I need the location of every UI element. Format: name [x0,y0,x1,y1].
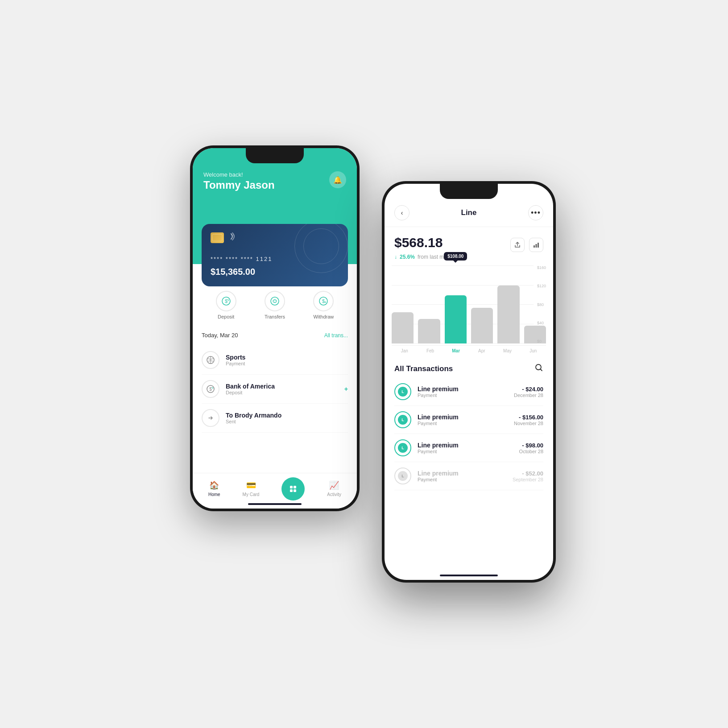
phone1-device: Welcome back! Tommy Jason 🔔 [190,145,360,511]
balance-section: $568.18 [385,227,553,265]
nav-activity-label: Activity [327,492,341,497]
line-sub-2: Payment [418,421,514,426]
boa-info: Bank of America Deposit [226,383,344,395]
all-transactions-link[interactable]: All trans... [324,332,348,339]
line-info-3: Line premium Payment [418,442,519,454]
boa-name: Bank of America [226,383,344,390]
line-logo-2: L [398,415,408,425]
transaction-date: Today, Mar 20 [202,332,238,339]
transaction-line-3[interactable]: L Line premium Payment - $98.00 October … [394,434,543,462]
notification-bell-icon[interactable]: 🔔 [329,171,346,188]
nav-center-button[interactable] [281,477,305,500]
y-label-0: $0 [537,339,546,343]
bar-jan [392,265,414,343]
phone2-screen: ‹ Line ••• $568.18 [385,184,553,580]
phone1-notch [246,148,304,163]
balance-chart: $108.00 [385,265,553,357]
line-amount-1: - $24.00 [514,386,543,393]
phone2-device: ‹ Line ••• $568.18 [382,181,556,583]
transfers-button[interactable]: Transfers [265,291,285,319]
bank-card[interactable]: **** **** **** 1121 $15,365.00 [202,224,348,286]
line-name-1: Line premium [418,385,514,393]
back-button[interactable]: ‹ [394,205,410,220]
line-amount-2: - $156.00 [514,414,543,421]
transaction-header: Today, Mar 20 All trans... [202,332,348,339]
balance-row: $568.18 [394,235,543,252]
x-label-feb: Feb [418,348,443,353]
line-right-1: - $24.00 December 28 [514,386,543,398]
nav-activity[interactable]: 📈 Activity [327,480,341,497]
deposit-icon: $ [216,291,236,311]
change-arrow: ↓ [394,254,397,260]
deposit-button[interactable]: $ Deposit [216,291,236,319]
withdraw-button[interactable]: $ Withdraw [313,291,334,319]
line-name-2: Line premium [418,414,514,421]
chip-icon [211,232,224,243]
transaction-line-1[interactable]: L Line premium Payment - $24.00 December… [394,378,543,406]
brody-info: To Brody Armando Sent [226,412,348,424]
chart-area: $108.00 [392,265,546,346]
phone1-body: $ Deposit [193,264,357,433]
chart-bars: $108.00 [392,265,546,345]
svg-rect-14 [538,243,539,248]
nav-my-card[interactable]: 💳 My Card [243,480,260,497]
chart-tooltip: $108.00 [444,252,467,261]
deposit-label: Deposit [218,314,234,319]
line-right-4: - $52.00 September 28 [513,470,543,482]
transaction-line-2[interactable]: L Line premium Payment - $156.00 Novembe… [394,406,543,434]
sports-name: Sports [226,354,348,361]
svg-text:$: $ [322,298,325,304]
boa-sub: Deposit [226,390,344,395]
circle-decoration-2 [294,224,348,273]
line-right-2: - $156.00 November 28 [514,414,543,426]
svg-rect-13 [536,244,537,248]
line-amount-4: - $52.00 [513,470,543,477]
svg-rect-9 [294,486,296,488]
transaction-brody[interactable]: To Brody Armando Sent [202,404,348,433]
nav-home[interactable]: 🏠 Home [208,480,220,497]
line-icon-1: L [394,383,411,400]
brody-name: To Brody Armando [226,412,348,419]
action-buttons: $ Deposit [202,291,348,319]
withdraw-icon: $ [313,291,334,311]
line-sub-1: Payment [418,393,514,398]
y-label-120: $120 [537,284,546,288]
brody-sub: Sent [226,419,348,424]
transaction-list: L Line premium Payment - $24.00 December… [385,378,553,490]
bar-feb-rect [418,319,440,343]
x-label-mar: Mar [443,348,469,353]
balance-icons [510,238,543,252]
search-icon[interactable] [534,363,543,374]
bar-may-rect [497,285,519,343]
line-icon-4: L [394,467,411,484]
phone2-notch [440,184,498,199]
line-amount-3: - $98.00 [519,442,543,449]
svg-rect-12 [534,245,535,248]
line-logo-1: L [398,387,408,397]
balance-amount: $568.18 [394,235,443,250]
home-icon: 🏠 [209,480,219,490]
transaction-boa[interactable]: $ Bank of America Deposit + [202,375,348,404]
share-icon-btn[interactable] [510,238,525,252]
change-percent: 25.6% [400,254,415,260]
card-icon: 💳 [246,480,256,490]
x-label-apr: Apr [469,348,495,353]
activity-icon: 📈 [329,480,339,490]
svg-rect-8 [290,486,293,488]
transaction-sports[interactable]: Sports Payment [202,346,348,375]
line-date-2: November 28 [514,421,543,426]
chart-y-labels: $160 $120 $80 $40 $0 [537,265,546,345]
line-info-4: Line premium Payment [418,470,513,482]
welcome-text: Welcome back! [203,171,346,178]
chart-icon-btn[interactable] [529,238,543,252]
y-label-40: $40 [537,321,546,325]
bar-apr [471,265,493,343]
sports-sub: Payment [226,361,348,366]
more-button[interactable]: ••• [528,205,543,220]
line-info-1: Line premium Payment [418,385,514,398]
transaction-line-4[interactable]: L Line premium Payment - $52.00 Septembe… [394,462,543,490]
line-sub-3: Payment [418,449,519,454]
more-icon: ••• [531,208,541,218]
user-name: Tommy Jason [203,179,346,191]
line-right-3: - $98.00 October 28 [519,442,543,454]
